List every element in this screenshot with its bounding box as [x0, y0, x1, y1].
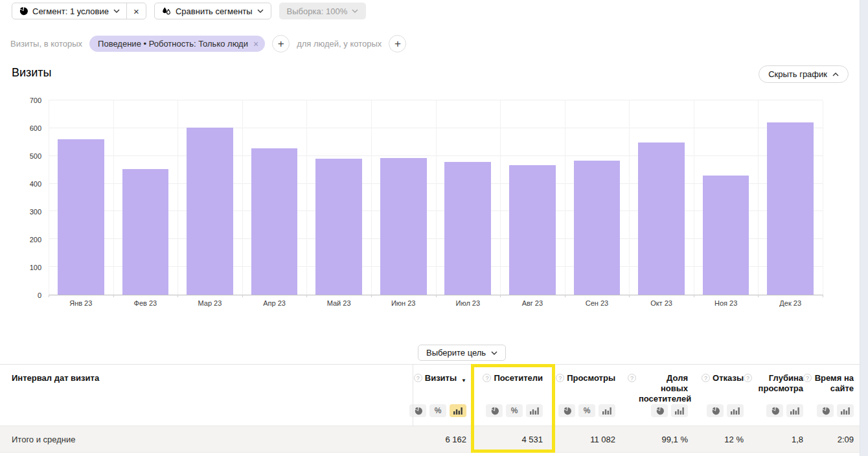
bars-view-toggle[interactable]: [599, 404, 615, 417]
gridline: [758, 100, 759, 295]
column-label[interactable]: Глубина просмотра: [755, 373, 803, 394]
gridline: [436, 100, 437, 295]
column-label[interactable]: Время на сайте: [814, 373, 854, 394]
add-visit-condition-button[interactable]: +: [272, 35, 290, 52]
column-label[interactable]: Визиты: [425, 373, 457, 383]
column-label[interactable]: Посетители: [494, 373, 543, 383]
bar-фев-23[interactable]: [122, 169, 169, 295]
bars-view-toggle[interactable]: [786, 404, 803, 417]
help-icon[interactable]: ?: [556, 374, 564, 382]
axis-tick: [436, 295, 437, 297]
hide-chart-button[interactable]: Скрыть график: [759, 65, 849, 83]
pie-view-toggle[interactable]: [409, 404, 426, 417]
axis-tick: [306, 295, 307, 297]
pie-view-toggle[interactable]: [651, 404, 668, 417]
column-header-посетители: ?Посетители%: [466, 365, 543, 426]
x-axis-label: Июл 23: [436, 299, 501, 307]
column-header-глубина: ?Глубина просмотра: [744, 365, 803, 426]
goal-select-label: Выберите цель: [426, 348, 486, 358]
sampling-label: Выборка: 100%: [287, 6, 348, 16]
gridline: [306, 100, 307, 295]
x-axis-label: Сен 23: [565, 299, 630, 307]
help-icon[interactable]: ?: [744, 374, 752, 382]
column-header-доля: ?Доля новых посетителей: [615, 365, 688, 426]
bar-мар-23[interactable]: [187, 128, 233, 295]
help-icon[interactable]: ?: [628, 374, 636, 382]
help-icon[interactable]: ?: [414, 374, 422, 382]
scrollbar[interactable]: [860, 0, 868, 456]
y-axis-label: 200: [0, 236, 41, 244]
view-toggles: [707, 404, 744, 417]
bar-янв-23[interactable]: [58, 139, 104, 295]
gridline: [49, 100, 49, 295]
y-axis-label: 600: [0, 124, 41, 132]
pie-view-toggle[interactable]: [817, 404, 834, 417]
axis-tick: [629, 295, 630, 297]
bar-авг-23[interactable]: [509, 165, 556, 295]
pie-view-toggle[interactable]: [707, 404, 724, 417]
column-label[interactable]: Отказы: [713, 373, 744, 383]
bar-май-23[interactable]: [315, 159, 362, 295]
metric-column-headers: ?Визиты▼%?Посетители%?Просмотры%?Доля но…: [413, 365, 854, 426]
pie-view-toggle[interactable]: [486, 404, 503, 417]
view-toggles: [766, 404, 803, 417]
bars-view-toggle[interactable]: [727, 404, 744, 417]
total-value-глубина: 1,8: [744, 426, 803, 452]
percent-view-toggle[interactable]: %: [578, 404, 595, 417]
bar-сен-23[interactable]: [574, 161, 621, 295]
totals-values: 6 1624 53111 08299,1 %12 %1,82:09: [413, 426, 854, 452]
sampling-button[interactable]: Выборка: 100%: [279, 3, 367, 19]
goal-select-button[interactable]: Выберите цель: [418, 345, 506, 361]
pie-view-toggle[interactable]: [558, 404, 575, 417]
view-toggles: [651, 404, 688, 417]
axis-tick: [694, 295, 694, 297]
axis-tick: [758, 295, 759, 297]
bar-июн-23[interactable]: [380, 158, 427, 295]
page-title: Визиты: [12, 66, 52, 80]
help-icon[interactable]: ?: [483, 374, 491, 382]
column-label[interactable]: Просмотры: [567, 373, 615, 383]
axis-tick: [565, 295, 565, 297]
percent-view-toggle[interactable]: %: [429, 404, 446, 417]
add-people-condition-button[interactable]: +: [389, 35, 406, 52]
bars-view-toggle[interactable]: [671, 404, 688, 417]
bar-июл-23[interactable]: [444, 162, 491, 295]
total-value-посетители: 4 531: [466, 426, 543, 452]
x-axis-label: Дек 23: [758, 299, 823, 307]
y-axis-label: 400: [0, 180, 41, 188]
y-axis-label: 500: [0, 152, 41, 160]
axis-tick: [49, 295, 49, 297]
totals-row[interactable]: Итого и средние 6 1624 53111 08299,1 %12…: [0, 426, 868, 453]
segment-button-group: Сегмент: 1 условие ×: [12, 3, 146, 19]
gridline: [371, 100, 372, 295]
totals-label: Итого и средние: [12, 426, 75, 452]
pie-view-toggle[interactable]: [766, 404, 783, 417]
bar-окт-23[interactable]: [638, 142, 685, 295]
x-axis-label: Май 23: [306, 299, 371, 307]
droplets-icon: [162, 6, 171, 16]
column-label[interactable]: Доля новых посетителей: [639, 373, 688, 404]
help-icon[interactable]: ?: [803, 374, 812, 382]
bars-view-toggle[interactable]: [837, 404, 854, 417]
axis-tick: [371, 295, 372, 297]
x-axis-label: Фев 23: [113, 299, 178, 307]
metrics-table: Интервал дат визита ?Визиты▼%?Посетители…: [0, 364, 868, 452]
total-value-время: 2:09: [803, 426, 854, 452]
percent-view-toggle[interactable]: %: [506, 404, 523, 417]
compare-segments-button[interactable]: Сравнить сегменты: [154, 3, 271, 19]
bars-view-toggle[interactable]: [450, 404, 466, 417]
sort-descending-icon[interactable]: ▼: [461, 376, 466, 386]
chip-remove-icon[interactable]: ×: [253, 40, 258, 49]
gridline: [113, 100, 114, 295]
help-icon[interactable]: ?: [702, 374, 710, 382]
view-toggles: [817, 404, 854, 417]
bar-ноя-23[interactable]: [703, 176, 749, 295]
segment-button[interactable]: Сегмент: 1 условие: [12, 3, 126, 19]
behavior-robots-chip[interactable]: Поведение • Роботность: Только люди ×: [89, 36, 265, 52]
segment-close-button[interactable]: ×: [126, 3, 146, 19]
bar-дек-23[interactable]: [767, 122, 814, 295]
date-interval-header: Интервал дат визита: [12, 373, 99, 383]
bar-апр-23[interactable]: [251, 148, 298, 295]
bars-view-toggle[interactable]: [526, 404, 543, 417]
total-value-отказы: 12 %: [688, 426, 744, 452]
